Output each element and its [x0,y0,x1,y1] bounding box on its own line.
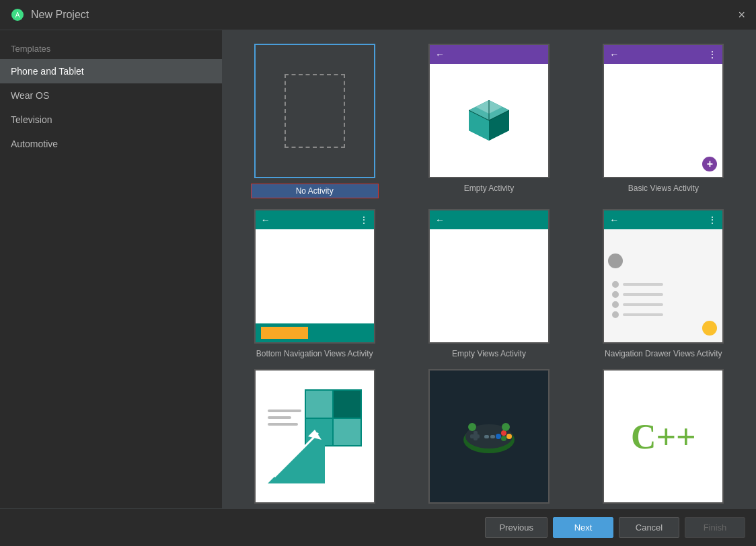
phone-header: ← [430,45,548,64]
drawer-circle [608,254,623,268]
svg-rect-21 [484,435,489,438]
empty-views-header: ← [430,210,548,229]
template-card-no-activity[interactable]: No Activity [233,44,396,198]
svg-rect-22 [490,435,495,438]
svg-point-24 [502,423,510,431]
grid-line-3 [268,423,298,426]
nav-drawer-content [604,229,722,342]
dialog-header: A New Project × [0,0,756,30]
template-card-empty-views[interactable]: ← Empty Views Activity [407,209,570,358]
svg-text:A: A [15,11,20,19]
row-circle [612,281,619,288]
phone-content [430,64,548,177]
sidebar-item-automotive[interactable]: Automotive [0,132,222,156]
empty-views-content [430,229,548,342]
finish-button[interactable]: Finish [685,517,745,538]
next-button[interactable]: Next [553,517,613,538]
nav-drawer-fab [702,321,717,336]
basic-content: + [604,64,722,177]
drawer-panel [604,248,671,342]
no-activity-preview [254,44,375,178]
back-arrow-icon-nd: ← [609,214,619,225]
grid-lines [268,410,301,426]
svg-point-19 [501,436,506,441]
sidebar-section-label: Templates [0,36,222,59]
empty-views-label: Empty Views Activity [452,349,526,358]
game-content [462,416,516,457]
sidebar-item-wear-os[interactable]: Wear OS [0,83,222,108]
svg-point-20 [506,434,512,439]
svg-point-18 [496,434,501,439]
close-button[interactable]: × [738,9,745,21]
grid-preview [254,369,375,504]
grid-visual [268,389,362,483]
sidebar: Templates Phone and Tablet Wear OS Telev… [0,30,222,508]
svg-rect-16 [474,431,478,440]
nav-drawer-header: ← ⋮ [604,210,722,229]
back-arrow-icon-basic: ← [609,49,619,60]
template-card-basic-views[interactable]: ← ⋮ + Basic Views Activity [582,44,745,198]
back-arrow-icon: ← [435,49,445,60]
cpp-preview: C++ [603,369,724,504]
template-card-nav-drawer[interactable]: ← ⋮ [582,209,745,358]
row-circle-2 [612,291,619,298]
template-card-grid[interactable]: Grid Activity [233,369,396,508]
svg-point-17 [501,430,506,436]
svg-point-23 [468,423,476,431]
sidebar-item-phone-tablet[interactable]: Phone and Tablet [0,59,222,83]
row-circle-4 [612,311,619,318]
grid-arrow-svg [268,426,325,483]
drawer-list [608,274,667,325]
basic-views-label: Basic Views Activity [628,184,699,193]
template-card-bottom-nav[interactable]: ← ⋮ Bottom Navigation Views Activity [233,209,396,358]
previous-button[interactable]: Previous [485,517,547,538]
empty-views-preview: ← [428,209,550,344]
templates-grid: No Activity ← [230,38,748,508]
nav-drawer-preview: ← ⋮ [603,209,724,344]
back-arrow-icon-bn: ← [261,214,270,225]
game-preview [428,369,550,504]
menu-dots-icon-basic: ⋮ [708,49,717,60]
grid-cell-2 [334,391,361,418]
bottom-nav-preview: ← ⋮ [254,209,375,344]
grid-line-2 [268,416,291,419]
row-line-2 [623,293,663,296]
phone-full: ← [430,45,548,177]
new-project-dialog: A New Project × Templates Phone and Tabl… [0,0,756,546]
drawer-row-4 [612,311,663,318]
drawer-row-3 [612,301,663,308]
drawer-row-1 [612,281,663,288]
grid-cell-1 [306,391,333,418]
dialog-title: New Project [31,9,738,21]
menu-dots-icon-nd: ⋮ [708,214,717,225]
phone-full-basic: ← ⋮ + [604,45,722,177]
phone-full-bottom-nav: ← ⋮ [256,210,374,342]
cancel-button[interactable]: Cancel [619,517,679,538]
no-activity-label: No Activity [251,184,379,198]
row-line-3 [623,303,663,306]
phone-full-nav-drawer: ← ⋮ [604,210,722,342]
phone-full-empty-views: ← [430,210,548,342]
dashed-rect [285,74,345,148]
basic-views-preview: ← ⋮ + [603,44,724,178]
content-area[interactable]: No Activity ← [222,30,756,508]
bottom-nav-content [256,229,374,323]
fab-button-icon: + [702,157,717,171]
bottom-bar [256,323,374,342]
menu-dots-icon-bn: ⋮ [359,214,369,225]
template-card-empty-activity[interactable]: ← [407,44,570,198]
bottom-nav-phone-header: ← ⋮ [256,210,374,229]
template-card-cpp[interactable]: C++ Native C++ Activity [582,369,745,508]
bottom-bar-yellow [261,327,308,339]
empty-activity-preview: ← [428,44,550,178]
drawer-row-2 [612,291,663,298]
nav-drawer-label: Navigation Drawer Views Activity [605,349,722,358]
row-circle-3 [612,301,619,308]
grid-cell-4 [334,419,361,446]
cpp-text: C++ [631,417,696,457]
back-arrow-icon-ev: ← [435,214,445,225]
sidebar-item-television[interactable]: Television [0,108,222,132]
template-card-game[interactable]: Game Activity [407,369,570,508]
bottom-nav-label: Bottom Navigation Views Activity [256,349,373,358]
empty-activity-label: Empty Activity [464,184,515,193]
